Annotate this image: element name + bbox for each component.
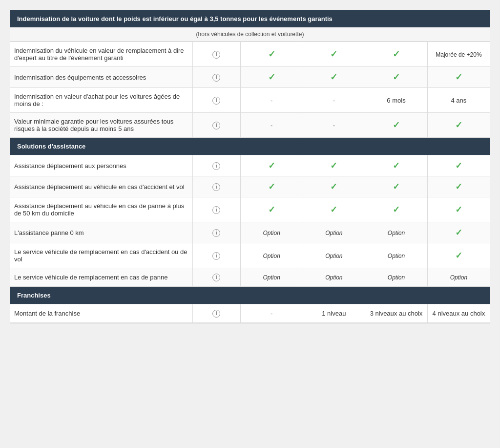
sub-header-0: (hors véhicules de collection et voiture… [10, 27, 490, 42]
data-col-2: ✓ [365, 42, 428, 67]
option-value: Option [263, 253, 280, 259]
info-icon[interactable]: i [192, 176, 240, 197]
check-icon: ✓ [393, 120, 400, 130]
row-label: Indemnisation des équipements et accesso… [10, 67, 192, 88]
check-icon: ✓ [393, 182, 400, 192]
data-col-1: - [303, 113, 365, 138]
option-value: Option [388, 253, 405, 259]
row-label: L'assistance panne 0 km [10, 222, 192, 243]
data-col-1: ✓ [303, 176, 365, 197]
cell-value: Majorée de +20% [436, 51, 481, 58]
check-icon: ✓ [330, 49, 337, 59]
data-col-1: ✓ [303, 155, 365, 176]
check-icon: ✓ [393, 49, 400, 59]
data-col-3: Option [427, 268, 490, 287]
data-col-1: Option [303, 243, 365, 268]
row-label: Indemnisation du véhicule en valeur de r… [10, 42, 192, 67]
table-row: L'assistance panne 0 kmiOptionOptionOpti… [10, 222, 490, 243]
data-col-2: Option [365, 222, 428, 243]
data-col-0: ✓ [240, 42, 303, 67]
check-icon: ✓ [455, 251, 462, 260]
info-icon[interactable]: i [192, 243, 240, 268]
check-icon: ✓ [455, 205, 462, 214]
option-value: Option [263, 274, 280, 281]
data-col-0: - [240, 88, 303, 113]
cell-value: 4 niveaux au choix [433, 310, 485, 317]
data-col-2: 6 mois [365, 88, 428, 113]
info-icon[interactable]: i [192, 67, 240, 88]
data-col-3: Majorée de +20% [427, 42, 490, 67]
cell-value: 6 mois [387, 97, 405, 104]
table-row: Assistance déplacement au véhicule en ca… [10, 176, 490, 197]
option-value: Option [325, 253, 342, 259]
check-icon: ✓ [455, 182, 462, 192]
option-value: Option [325, 230, 342, 236]
info-icon[interactable]: i [192, 88, 240, 113]
dash-value: - [271, 310, 272, 317]
option-value: Option [450, 274, 467, 281]
data-col-0: Option [240, 243, 303, 268]
check-icon: ✓ [393, 161, 400, 171]
data-col-2: ✓ [365, 113, 428, 138]
check-icon: ✓ [268, 72, 275, 82]
comparison-table: Indemnisation de la voiture dont le poid… [10, 10, 490, 323]
row-label: Montant de la franchise [10, 304, 192, 323]
check-icon: ✓ [268, 182, 275, 192]
data-col-2: Option [365, 268, 428, 287]
section-header-2: Franchises [10, 287, 490, 304]
data-col-3: ✓ [427, 176, 490, 197]
section-header-1: Solutions d'assistance [10, 138, 490, 155]
option-value: Option [388, 230, 405, 236]
option-value: Option [388, 274, 405, 281]
section-header-0: Indemnisation de la voiture dont le poid… [10, 10, 490, 27]
check-icon: ✓ [455, 228, 462, 237]
check-icon: ✓ [268, 161, 275, 171]
data-col-1: - [303, 88, 365, 113]
data-col-1: ✓ [303, 197, 365, 222]
data-col-0: - [240, 113, 303, 138]
option-value: Option [263, 230, 280, 236]
dash-value: - [333, 122, 335, 129]
check-icon: ✓ [330, 161, 337, 171]
row-label: Le service véhicule de remplacement en c… [10, 268, 192, 287]
data-col-3: ✓ [427, 155, 490, 176]
data-col-1: 1 niveau [303, 304, 365, 323]
data-col-2: ✓ [365, 155, 428, 176]
info-icon[interactable]: i [192, 197, 240, 222]
data-col-0: Option [240, 222, 303, 243]
table-row: Le service véhicule de remplacement en c… [10, 243, 490, 268]
info-icon[interactable]: i [192, 222, 240, 243]
data-col-1: ✓ [303, 42, 365, 67]
check-icon: ✓ [455, 161, 462, 171]
data-col-2: Option [365, 243, 428, 268]
data-col-3: ✓ [427, 243, 490, 268]
row-label: Assistance déplacement au véhicule en ca… [10, 176, 192, 197]
table-row: Valeur minimale garantie pour les voitur… [10, 113, 490, 138]
check-icon: ✓ [455, 72, 462, 82]
dash-value: - [271, 122, 272, 129]
data-col-0: ✓ [240, 67, 303, 88]
data-col-3: ✓ [427, 67, 490, 88]
check-icon: ✓ [330, 205, 337, 214]
table-row: Indemnisation du véhicule en valeur de r… [10, 42, 490, 67]
data-col-1: Option [303, 268, 365, 287]
info-icon[interactable]: i [192, 113, 240, 138]
row-label: Le service véhicule de remplacement en c… [10, 243, 192, 268]
row-label: Assistance déplacement aux personnes [10, 155, 192, 176]
info-icon[interactable]: i [192, 42, 240, 67]
info-icon[interactable]: i [192, 304, 240, 323]
cell-value: 3 niveaux au choix [370, 310, 423, 317]
info-icon[interactable]: i [192, 155, 240, 176]
check-icon: ✓ [268, 49, 275, 59]
data-col-3: ✓ [427, 197, 490, 222]
table-row: Montant de la franchisei-1 niveau3 nivea… [10, 304, 490, 323]
row-label: Indemnisation en valeur d'achat pour les… [10, 88, 192, 113]
data-col-0: - [240, 304, 303, 323]
check-icon: ✓ [393, 72, 400, 82]
data-col-3: 4 niveaux au choix [427, 304, 490, 323]
info-icon[interactable]: i [192, 268, 240, 287]
data-col-3: ✓ [427, 113, 490, 138]
data-col-2: 3 niveaux au choix [365, 304, 428, 323]
dash-value: - [271, 97, 272, 104]
cell-value: 4 ans [451, 97, 467, 104]
